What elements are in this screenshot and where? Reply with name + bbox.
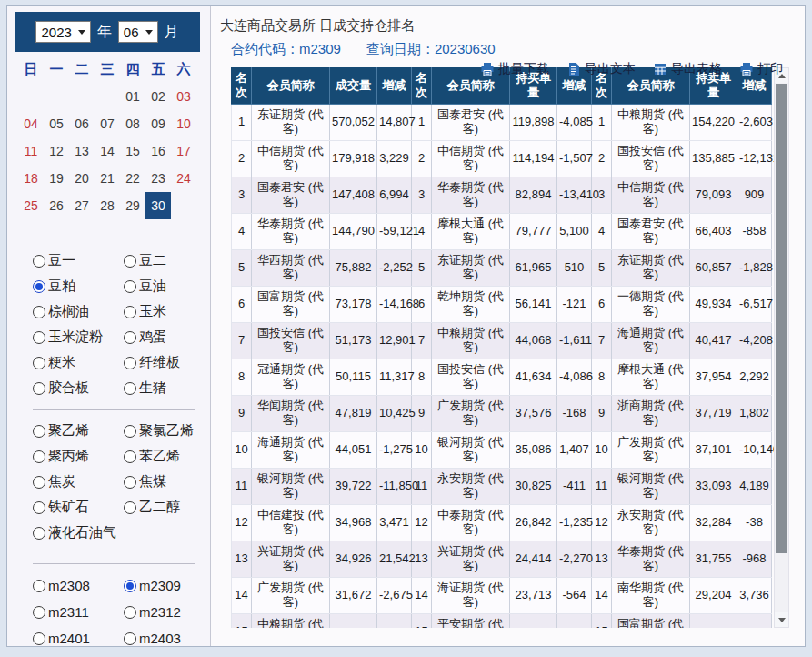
calendar-day[interactable]: 11 xyxy=(18,137,44,165)
calendar-day[interactable]: 19 xyxy=(44,165,69,192)
calendar-day[interactable]: 26 xyxy=(44,192,69,219)
commodity-radio[interactable]: 棕榈油 xyxy=(33,303,124,320)
contract-radio[interactable]: m2312 xyxy=(124,604,211,620)
radio-icon xyxy=(33,606,45,619)
calendar-day[interactable]: 14 xyxy=(95,137,120,165)
commodity-radio[interactable]: 乙二醇 xyxy=(124,499,211,516)
value-cell: 144,790 xyxy=(330,213,377,249)
calendar-day[interactable]: 18 xyxy=(18,165,44,192)
calendar-day[interactable]: 29 xyxy=(120,192,145,219)
commodity-radio[interactable]: 胶合板 xyxy=(33,379,124,397)
member-name-cell: 永安期货 (代客) xyxy=(432,468,510,504)
radio-icon xyxy=(33,280,45,293)
page-title: 大连商品交易所 日成交持仓排名 xyxy=(220,17,805,35)
calendar-day[interactable]: 05 xyxy=(44,110,69,137)
commodity-radio[interactable]: 生猪 xyxy=(124,379,211,397)
commodity-radio[interactable]: 聚丙烯 xyxy=(33,448,124,465)
commodity-radio[interactable]: 玉米淀粉 xyxy=(33,328,124,346)
commodity-radio[interactable]: 玉米 xyxy=(124,303,211,320)
weekday-label: 五 xyxy=(145,56,171,83)
commodity-radio[interactable]: 豆二 xyxy=(124,252,211,269)
rank-cell: 2 xyxy=(232,140,252,177)
contract-radio[interactable]: m2403 xyxy=(124,631,211,646)
calendar-day[interactable]: 17 xyxy=(171,137,196,165)
calendar-day[interactable]: 10 xyxy=(171,110,196,137)
toolbar-button-label: 打印 xyxy=(757,61,783,77)
calendar-day[interactable]: 28 xyxy=(95,192,120,219)
contract-radio[interactable]: m2309 xyxy=(124,578,211,593)
calendar-day[interactable]: 06 xyxy=(69,110,95,137)
table-body: 1东证期货 (代客)570,05214,8071国泰君安 (代客)119,898… xyxy=(232,104,772,628)
value-cell: -168 xyxy=(557,395,592,431)
commodity-radio[interactable]: 铁矿石 xyxy=(33,499,124,516)
year-select[interactable]: 2023 xyxy=(35,21,90,43)
scroll-down-button[interactable] xyxy=(775,612,788,627)
scrollbar-track[interactable] xyxy=(775,554,788,612)
sidebar: 2023 年 06 月 日一二三四五六010203040506070809101… xyxy=(7,6,211,646)
commodity-radio[interactable]: 焦炭 xyxy=(33,473,124,490)
rank-cell: 13 xyxy=(232,541,252,577)
toolbar-button-打印[interactable]: 打印 xyxy=(739,61,783,77)
scrollbar-thumb[interactable] xyxy=(776,84,787,553)
calendar-day[interactable]: 20 xyxy=(69,165,95,192)
calendar-day[interactable]: 22 xyxy=(120,165,145,192)
value-cell: 39,722 xyxy=(330,468,377,504)
calendar-day[interactable]: 25 xyxy=(18,192,44,219)
contract-radio[interactable]: m2311 xyxy=(33,604,124,620)
value-cell: 37,719 xyxy=(690,395,737,431)
commodity-radio[interactable]: 苯乙烯 xyxy=(124,448,211,465)
commodity-radio[interactable]: 焦煤 xyxy=(124,473,211,490)
rank-cell: 8 xyxy=(232,359,252,395)
calendar-day[interactable]: 27 xyxy=(69,192,95,219)
calendar-day[interactable]: 04 xyxy=(18,110,44,137)
table-row: 6国富期货 (代客)73,178-14,1686乾坤期货 (代客)56,141-… xyxy=(232,286,772,322)
value-cell: 29,204 xyxy=(690,577,737,613)
value-cell: 147,408 xyxy=(330,177,377,213)
commodity-radio[interactable]: 豆油 xyxy=(124,278,211,295)
commodity-radio[interactable]: 液化石油气 xyxy=(33,524,124,541)
member-name-cell: 华闻期货 (代客) xyxy=(252,395,330,431)
calendar-day[interactable]: 16 xyxy=(145,137,171,165)
calendar-day[interactable]: 12 xyxy=(44,137,69,165)
commodity-radio[interactable]: 聚氯乙烯 xyxy=(124,422,211,440)
radio-icon xyxy=(33,357,45,369)
commodity-radio[interactable]: 鸡蛋 xyxy=(124,328,211,346)
value-cell: -14,168 xyxy=(377,286,412,322)
calendar-day[interactable]: 03 xyxy=(171,83,196,110)
query-date-label: 查询日期： xyxy=(366,41,435,56)
value-cell: -858 xyxy=(737,213,772,249)
commodity-radio[interactable]: 聚乙烯 xyxy=(33,422,124,440)
commodity-radio[interactable]: 粳米 xyxy=(33,354,124,371)
calendar-day[interactable]: 09 xyxy=(145,110,171,137)
calendar-day[interactable]: 02 xyxy=(145,83,171,110)
value-cell: 75,882 xyxy=(330,249,377,286)
commodity-radio[interactable]: 纤维板 xyxy=(124,354,211,371)
calendar-day[interactable]: 23 xyxy=(145,165,171,192)
calendar-day[interactable]: 01 xyxy=(120,83,145,110)
contract-radio[interactable]: m2401 xyxy=(33,631,124,646)
calendar-day[interactable]: 24 xyxy=(171,165,196,192)
calendar-day[interactable]: 15 xyxy=(120,137,145,165)
calendar-day[interactable]: 21 xyxy=(95,165,120,192)
table-scrollbar[interactable] xyxy=(774,67,789,628)
table-row: 3国泰君安 (代客)147,4086,9943华泰期货 (代客)82,894-1… xyxy=(232,177,772,213)
app-window: 2023 年 06 月 日一二三四五六010203040506070809101… xyxy=(0,0,812,657)
value-cell: 14,807 xyxy=(377,104,412,140)
member-name-cell: 东证期货 (代客) xyxy=(612,249,690,286)
radio-icon xyxy=(124,580,136,592)
radio-icon xyxy=(33,501,45,514)
toolbar-button-导出表格[interactable]: 导出表格 xyxy=(653,61,722,77)
calendar-day[interactable]: 08 xyxy=(120,110,145,137)
rank-cell: 3 xyxy=(412,177,432,213)
value-cell: 31,672 xyxy=(330,577,377,613)
month-select[interactable]: 06 xyxy=(118,21,158,43)
calendar-day[interactable]: 13 xyxy=(69,137,95,165)
commodity-radio[interactable]: 豆粕 xyxy=(33,278,124,295)
commodity-radio[interactable]: 豆一 xyxy=(33,252,124,269)
member-name-cell: 中信期货 (代客) xyxy=(432,140,510,177)
toolbar-button-导出文本[interactable]: 导出文本 xyxy=(566,61,636,77)
toolbar-button-批量下载[interactable]: 批量下载 xyxy=(480,61,549,77)
calendar-day[interactable]: 30 xyxy=(145,192,171,219)
contract-radio[interactable]: m2308 xyxy=(33,578,124,593)
calendar-day[interactable]: 07 xyxy=(95,110,120,137)
